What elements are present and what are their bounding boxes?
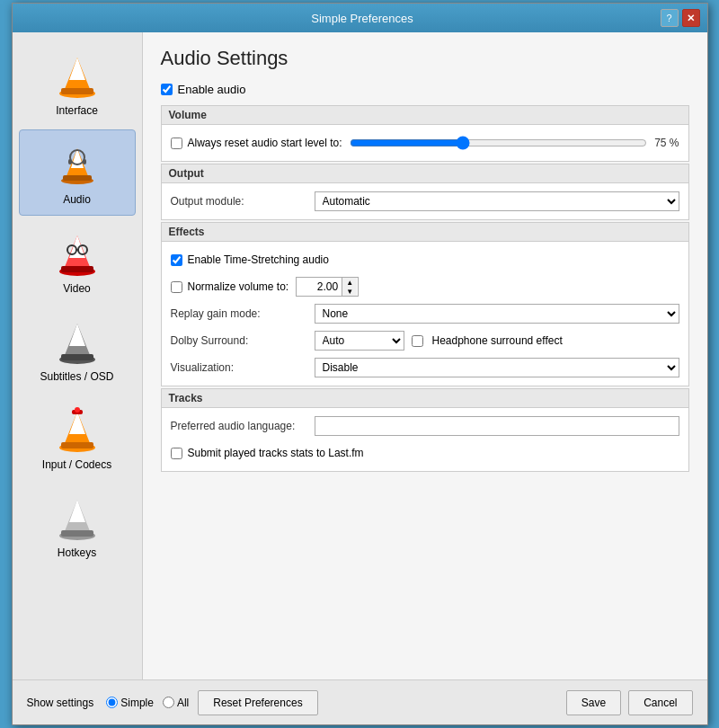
svg-rect-7 [63,175,92,181]
enable-audio-row: Enable audio [161,83,689,96]
svg-rect-14 [61,266,93,272]
time-stretch-row: Enable Time-Stretching audio [171,249,679,271]
main-content: Interface Audi [13,32,707,679]
title-bar: Simple Preferences ? ✕ [13,4,707,32]
headphone-label[interactable]: Headphone surround effect [432,334,563,347]
svg-rect-3 [61,88,93,94]
preferred-audio-row: Preferred audio language: [171,415,679,437]
output-section-body: Output module: Automatic DirectX audio o… [162,183,688,219]
output-section-header: Output [162,164,688,183]
window-title: Simple Preferences [65,12,661,25]
close-button[interactable]: ✕ [682,9,700,27]
output-module-label: Output module: [171,195,315,208]
page-title: Audio Settings [161,47,689,70]
show-settings-group: Show settings Simple All Reset Preferenc… [27,690,318,715]
headphone-checkbox[interactable] [412,335,423,347]
replay-gain-label: Replay gain mode: [171,307,315,320]
simple-radio-label[interactable]: Simple [106,697,154,709]
svg-rect-31 [61,530,93,537]
sidebar-item-input[interactable]: Input / Codecs [19,395,136,480]
visualization-control: Disable Spectrometer Scope Spectrum [315,358,679,377]
content-area: Audio Settings Enable audio Volume Alway… [143,32,707,679]
headphone-row: Headphone surround effect [412,334,563,347]
tracks-section: Tracks Preferred audio language: Submit … [161,388,689,472]
enable-audio-label[interactable]: Enable audio [178,83,246,96]
all-radio[interactable] [163,697,174,708]
enable-audio-checkbox[interactable] [161,84,173,95]
output-module-control: Automatic DirectX audio output WaveOut a… [315,191,679,211]
sidebar: Interface Audi [13,32,143,679]
replay-gain-row: Replay gain mode: None Track Album [171,303,679,324]
dolby-label: Dolby Surround: [171,334,315,347]
svg-marker-2 [69,58,85,80]
submit-stats-label[interactable]: Submit played tracks stats to Last.fm [188,447,364,459]
save-button[interactable]: Save [566,690,621,715]
svg-rect-21 [61,354,93,360]
subtitles-icon [52,316,102,367]
sidebar-item-audio[interactable]: Audio [19,129,136,216]
input-icon [52,404,102,455]
sidebar-item-label-subtitles: Subtitles / OSD [40,370,113,383]
submit-stats-checkbox[interactable] [171,448,182,459]
replay-gain-select[interactable]: None Track Album [315,304,679,324]
cancel-button[interactable]: Cancel [628,690,692,715]
svg-rect-10 [83,159,86,164]
all-radio-label[interactable]: All [163,697,189,709]
effects-section-header: Effects [162,223,688,242]
svg-marker-24 [69,412,85,434]
normalize-spin-down[interactable]: ▼ [342,287,357,296]
volume-reset-row: Always reset audio start level to: 75 % [171,132,679,154]
normalize-spin-up[interactable]: ▲ [342,278,357,287]
always-reset-label[interactable]: Always reset audio start level to: [188,137,342,149]
title-bar-controls: ? ✕ [661,9,700,27]
volume-slider[interactable] [350,136,647,150]
show-settings-label: Show settings [27,697,94,709]
svg-point-27 [75,407,80,413]
sidebar-item-subtitles[interactable]: Subtitles / OSD [19,307,136,392]
sidebar-item-video[interactable]: Video [19,219,136,304]
simple-radio[interactable] [106,697,118,708]
video-icon [52,228,102,279]
bottom-bar: Show settings Simple All Reset Preferenc… [13,679,707,724]
svg-marker-30 [69,500,85,522]
volume-section-body: Always reset audio start level to: 75 % [162,125,688,161]
effects-section-body: Enable Time-Stretching audio Normalize v… [162,242,688,386]
visualization-select[interactable]: Disable Spectrometer Scope Spectrum [315,358,679,377]
normalize-checkbox[interactable] [171,281,182,293]
all-radio-text: All [177,697,189,709]
time-stretch-label[interactable]: Enable Time-Stretching audio [188,253,329,266]
sidebar-item-hotkeys[interactable]: Hotkeys [19,484,136,568]
sidebar-item-label-input: Input / Codecs [42,458,111,471]
time-stretch-checkbox[interactable] [171,254,182,266]
preferred-audio-label: Preferred audio language: [171,420,315,432]
tracks-section-header: Tracks [162,389,688,408]
normalize-label[interactable]: Normalize volume to: [188,280,289,293]
hotkeys-icon [52,493,102,543]
preferred-audio-input[interactable] [315,416,679,436]
visualization-label: Visualization: [171,361,315,374]
dolby-row: Dolby Surround: Auto On Off Headphone su… [171,330,679,351]
dolby-select[interactable]: Auto On Off [315,331,404,351]
output-module-select[interactable]: Automatic DirectX audio output WaveOut a… [315,191,679,211]
normalize-spin-buttons: ▲ ▼ [342,278,357,296]
volume-section: Volume Always reset audio start level to… [161,105,689,162]
bottom-action-buttons: Save Cancel [566,690,693,715]
svg-marker-20 [69,324,85,346]
output-module-row: Output module: Automatic DirectX audio o… [171,191,679,212]
svg-rect-25 [61,442,93,448]
normalize-value-input[interactable] [297,279,342,295]
audio-icon [52,139,102,190]
effects-section: Effects Enable Time-Stretching audio Nor… [161,222,689,386]
dolby-controls: Auto On Off Headphone surround effect [315,331,679,351]
always-reset-checkbox[interactable] [171,138,182,149]
sidebar-item-label-video: Video [63,282,90,295]
interface-icon [52,50,102,101]
volume-section-header: Volume [162,106,688,125]
sidebar-item-interface[interactable]: Interface [19,41,136,126]
volume-slider-container: 75 % [350,136,679,150]
normalize-input-container: ▲ ▼ [296,277,359,297]
tracks-section-body: Preferred audio language: Submit played … [162,408,688,471]
normalize-row: Normalize volume to: ▲ ▼ [171,276,679,297]
reset-preferences-button[interactable]: Reset Preferences [198,690,317,715]
help-button[interactable]: ? [661,9,679,27]
